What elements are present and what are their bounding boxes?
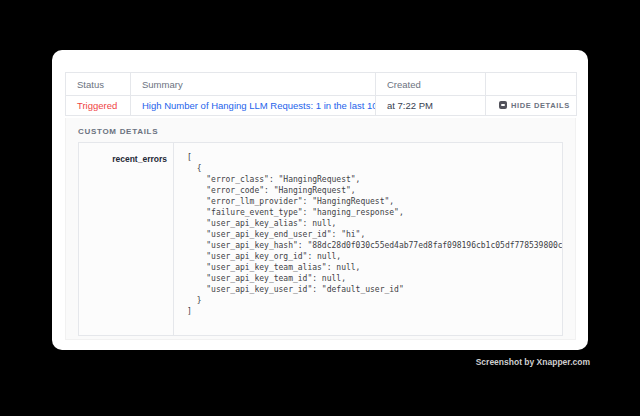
table-row: Triggered High Number of Hanging LLM Req… [66, 96, 577, 116]
created-timestamp: at 7:22 PM [387, 100, 433, 111]
status-badge: Triggered [77, 100, 117, 111]
details-key-label: recent_errors [112, 154, 167, 164]
column-header-status: Status [66, 73, 131, 96]
custom-details-panel: recent_errors [ { "error_class": "Hangin… [78, 142, 563, 336]
hide-details-label: HIDE DETAILS [511, 101, 570, 110]
column-header-created: Created [376, 73, 486, 96]
custom-details-section: CUSTOM DETAILS recent_errors [ { "error_… [65, 118, 576, 340]
summary-cell: High Number of Hanging LLM Requests: 1 i… [131, 96, 376, 116]
created-cell: at 7:22 PM [376, 96, 486, 116]
alert-details-card: Status Summary Created Triggered High Nu… [52, 50, 588, 350]
actions-cell: HIDE DETAILS [486, 96, 577, 116]
details-value-column: [ { "error_class": "HangingRequest", "er… [174, 143, 562, 335]
minus-square-icon [499, 101, 507, 109]
alerts-table: Status Summary Created Triggered High Nu… [65, 72, 577, 116]
custom-details-heading: CUSTOM DETAILS [78, 127, 563, 136]
alert-summary-link[interactable]: High Number of Hanging LLM Requests: 1 i… [142, 100, 376, 111]
status-cell: Triggered [66, 96, 131, 116]
hide-details-button[interactable]: HIDE DETAILS [497, 101, 570, 110]
details-key-column: recent_errors [79, 143, 174, 335]
watermark-label: Screenshot by Xnapper.com [476, 357, 590, 367]
recent-errors-json: [ { "error_class": "HangingRequest", "er… [187, 152, 562, 317]
table-header-row: Status Summary Created [66, 73, 577, 96]
column-header-actions [486, 73, 577, 96]
column-header-summary: Summary [131, 73, 376, 96]
